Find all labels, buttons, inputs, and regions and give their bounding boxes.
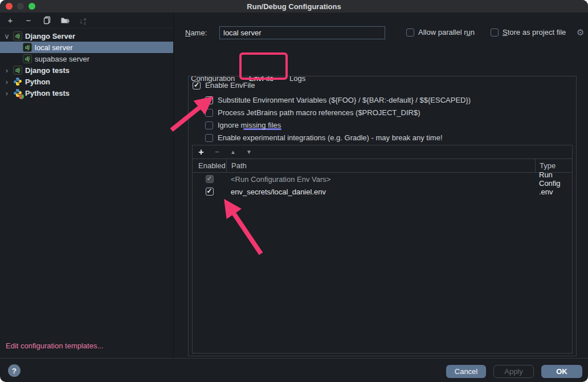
django-icon: dj	[23, 54, 32, 63]
tree-item-python[interactable]: › Python	[0, 76, 173, 87]
django-tests-icon: dj	[13, 66, 22, 75]
close-window-button[interactable]	[6, 3, 13, 10]
chevron-right-icon[interactable]: ›	[3, 89, 10, 97]
dialog-footer: ? Cancel Apply OK	[0, 358, 588, 382]
title-bar: Run/Debug Configurations	[0, 0, 588, 13]
sort-configurations-icon[interactable]: ↓az	[77, 15, 89, 26]
store-as-project-file-checkbox[interactable]	[491, 29, 499, 36]
edit-configuration-templates-link[interactable]: Edit configuration templates...	[6, 342, 103, 350]
add-env-file-icon[interactable]: +	[197, 147, 205, 157]
table-header: Enabled Path Type	[193, 159, 572, 173]
move-down-icon[interactable]: ▼	[245, 149, 253, 155]
run-debug-configurations-dialog: Run/Debug Configurations + − ↓az ∨ dj Dj…	[0, 0, 588, 382]
help-button[interactable]: ?	[8, 364, 21, 377]
django-icon: dj	[23, 43, 32, 52]
allow-parallel-run-option[interactable]: Allow parallel run	[406, 28, 475, 36]
experimental-integrations-checkbox[interactable]	[205, 134, 213, 142]
row-enabled-checkbox	[206, 175, 214, 183]
tree-item-django-server[interactable]: ∨ dj Django Server	[0, 30, 173, 42]
new-folder-icon[interactable]	[59, 15, 71, 26]
store-as-project-file-option[interactable]: Store as project file	[491, 28, 566, 36]
table-row[interactable]: env_secrets/local_daniel.env .env	[193, 185, 572, 198]
chevron-down-icon[interactable]: ∨	[3, 32, 10, 40]
row-enabled-checkbox[interactable]	[206, 188, 214, 196]
store-as-project-file-label: Store as project file	[503, 28, 566, 36]
ignore-missing-files-option[interactable]: Ignore missing files	[205, 121, 281, 129]
env-files-table: + − ▲ ▼ Enabled Path Type <Run Configura…	[192, 145, 573, 353]
chevron-right-icon[interactable]: ›	[3, 78, 10, 86]
python-tests-icon	[13, 88, 22, 97]
django-icon: dj	[13, 31, 22, 40]
main-panel: Name: Allow parallel run Store as projec…	[174, 13, 588, 358]
python-icon	[13, 77, 22, 86]
column-header-path[interactable]: Path	[226, 159, 535, 172]
configurations-sidebar: + − ↓az ∨ dj Django Server dj local serv…	[0, 13, 174, 358]
row-type: Run Config	[535, 173, 572, 185]
traffic-lights	[6, 3, 35, 10]
configurations-tree: ∨ dj Django Server dj local server dj su…	[0, 29, 173, 99]
sidebar-toolbar: + − ↓az	[0, 13, 173, 29]
add-configuration-icon[interactable]: +	[5, 15, 16, 26]
chevron-right-icon[interactable]: ›	[3, 66, 10, 75]
remove-configuration-icon[interactable]: −	[23, 15, 34, 26]
svg-text:↓: ↓	[79, 17, 83, 25]
process-path-macro-option[interactable]: Process JetBrains path macro references …	[205, 108, 420, 117]
experimental-integrations-option[interactable]: Enable experimental integrations (e.g. G…	[205, 133, 443, 142]
store-options-gear-icon[interactable]: ⚙	[577, 27, 584, 38]
process-path-macro-checkbox[interactable]	[205, 109, 213, 117]
remove-env-file-icon[interactable]: −	[213, 148, 221, 156]
column-header-enabled[interactable]: Enabled	[193, 161, 226, 170]
minimize-window-button[interactable]	[17, 3, 24, 10]
table-toolbar: + − ▲ ▼	[193, 145, 572, 159]
row-type: .env	[535, 185, 572, 198]
enable-envfile-option[interactable]: Enable EnvFile	[193, 81, 255, 90]
allow-parallel-run-label: Allow parallel run	[418, 28, 475, 36]
name-row: Name: Allow parallel run Store as projec…	[174, 26, 588, 40]
tree-item-django-tests[interactable]: › dj Django tests	[0, 64, 173, 76]
substitute-env-vars-option[interactable]: Substitute Environment Variables (${FOO}…	[205, 96, 471, 104]
copy-configuration-icon[interactable]	[41, 15, 52, 26]
row-path: <Run Configuration Env Vars>	[226, 173, 535, 185]
zoom-window-button[interactable]	[28, 3, 35, 10]
row-path: env_secrets/local_daniel.env	[226, 185, 535, 198]
move-up-icon[interactable]: ▲	[229, 149, 237, 155]
cancel-button[interactable]: Cancel	[446, 365, 486, 378]
apply-button[interactable]: Apply	[493, 365, 534, 378]
table-row[interactable]: <Run Configuration Env Vars> Run Config	[193, 173, 572, 185]
name-label: Name:	[185, 29, 207, 37]
window-title: Run/Debug Configurations	[247, 2, 341, 11]
ignore-missing-files-checkbox[interactable]	[205, 121, 213, 129]
tree-item-local-server[interactable]: dj local server	[0, 42, 173, 53]
tree-item-supabase-server[interactable]: dj supabase server	[0, 53, 173, 64]
envfile-tab-panel: Enable EnvFile Substitute Environment Va…	[188, 76, 577, 356]
svg-text:a: a	[84, 17, 86, 21]
substitute-env-vars-checkbox[interactable]	[205, 96, 213, 104]
enable-envfile-checkbox[interactable]	[193, 82, 201, 90]
tree-item-python-tests[interactable]: › Python tests	[0, 87, 173, 99]
svg-text:z: z	[84, 21, 86, 25]
name-input[interactable]	[219, 26, 385, 39]
ok-button[interactable]: OK	[541, 365, 582, 378]
allow-parallel-run-checkbox[interactable]	[406, 29, 414, 36]
